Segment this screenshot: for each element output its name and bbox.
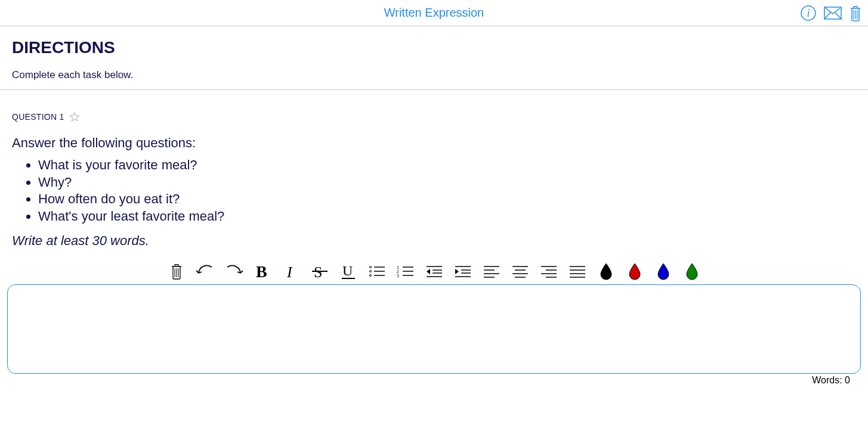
- bullet-item: What is your favorite meal?: [38, 157, 856, 174]
- clear-icon[interactable]: [167, 262, 186, 281]
- numbered-list-icon[interactable]: 1 2 3: [396, 262, 415, 281]
- color-red-icon[interactable]: [625, 262, 644, 281]
- outdent-icon[interactable]: [425, 262, 444, 281]
- question-bullets: What is your favorite meal? Why? How oft…: [27, 157, 856, 225]
- align-right-icon[interactable]: [539, 262, 558, 281]
- svg-text:I: I: [286, 264, 293, 280]
- trash-icon[interactable]: [849, 5, 862, 21]
- bullet-list-icon[interactable]: [367, 262, 387, 281]
- word-count-value: 0: [845, 375, 850, 385]
- question-header: QUESTION 1: [12, 111, 856, 122]
- svg-text:2: 2: [397, 269, 399, 274]
- star-icon[interactable]: [69, 111, 80, 122]
- page-title: Written Expression: [384, 6, 484, 20]
- svg-text:U: U: [342, 263, 353, 278]
- svg-text:1: 1: [397, 265, 399, 269]
- info-icon[interactable]: i: [800, 5, 817, 21]
- directions-heading: DIRECTIONS: [12, 38, 856, 57]
- editor-toolbar: B I S U: [7, 262, 861, 281]
- directions-subtext: Complete each task below.: [12, 69, 856, 81]
- bullet-item: Why?: [38, 174, 856, 191]
- color-blue-icon[interactable]: [654, 262, 673, 281]
- question-label: QUESTION 1: [12, 112, 64, 122]
- bullet-item: How often do you eat it?: [38, 191, 856, 208]
- mail-icon[interactable]: [824, 7, 842, 20]
- italic-icon[interactable]: I: [282, 262, 301, 281]
- svg-point-15: [369, 266, 371, 268]
- align-center-icon[interactable]: [511, 262, 530, 281]
- svg-text:i: i: [807, 7, 810, 19]
- align-left-icon[interactable]: [482, 262, 501, 281]
- color-black-icon[interactable]: [597, 262, 616, 281]
- redo-icon[interactable]: [224, 262, 243, 281]
- underline-icon[interactable]: U: [339, 262, 358, 281]
- word-count: Words: 0: [7, 374, 861, 386]
- bold-icon[interactable]: B: [253, 262, 272, 281]
- undo-icon[interactable]: [196, 262, 215, 281]
- answer-textarea[interactable]: [7, 284, 861, 374]
- word-count-label: Words:: [812, 375, 842, 385]
- strikethrough-icon[interactable]: S: [310, 262, 329, 281]
- svg-text:B: B: [256, 263, 267, 280]
- indent-icon[interactable]: [453, 262, 472, 281]
- color-green-icon[interactable]: [682, 262, 702, 281]
- directions-section: DIRECTIONS Complete each task below.: [0, 26, 868, 90]
- svg-point-16: [369, 271, 371, 272]
- align-justify-icon[interactable]: [568, 262, 587, 281]
- question-prompt: Answer the following questions:: [12, 135, 856, 151]
- svg-point-17: [369, 275, 371, 277]
- editor-section: B I S U: [0, 255, 868, 389]
- question-instruction: Write at least 30 words.: [12, 233, 856, 249]
- top-bar: Written Expression i: [0, 0, 868, 26]
- top-actions: i: [800, 0, 862, 26]
- svg-text:3: 3: [397, 274, 399, 278]
- question-section: QUESTION 1 Answer the following question…: [0, 90, 868, 255]
- bullet-item: What's your least favorite meal?: [38, 208, 856, 225]
